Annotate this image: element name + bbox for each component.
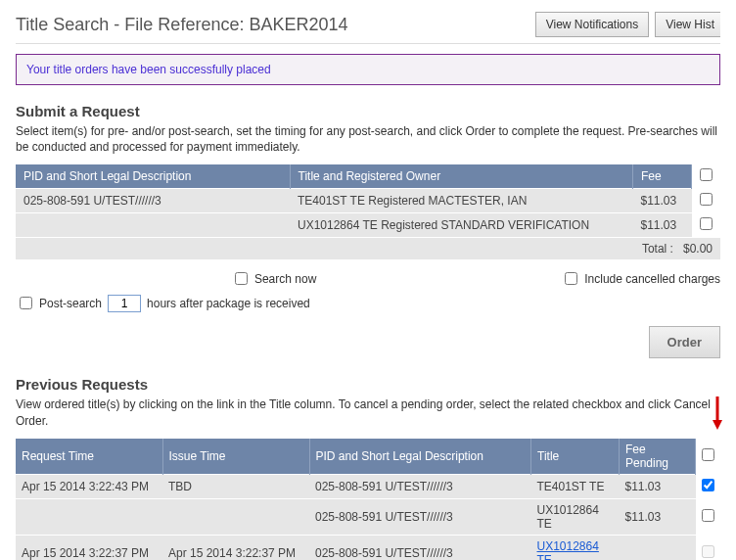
post-search-label: Post-search	[39, 297, 102, 310]
fee-cell	[620, 535, 696, 560]
previous-heading: Previous Requests	[16, 376, 720, 393]
col-fee: Fee	[633, 164, 692, 189]
order-button[interactable]: Order	[649, 326, 720, 358]
total-value: $0.00	[683, 242, 713, 256]
success-notice: Your title orders have been successfully…	[16, 54, 720, 85]
col-title: Title	[531, 439, 620, 475]
pid-cell: 025-808-591 U/TEST//////3	[309, 474, 531, 498]
col-pid: PID and Short Legal Description	[309, 439, 531, 475]
col-request-time: Request Time	[16, 439, 162, 475]
table-row: Apr 15 2014 3:22:43 PM TBD 025-808-591 U…	[16, 474, 720, 498]
search-now-option[interactable]: Search now	[231, 269, 316, 288]
col-title: Title and Registered Owner	[290, 164, 633, 189]
table-row: Apr 15 2014 3:22:37 PM Apr 15 2014 3:22:…	[16, 535, 720, 560]
fee-cell: $11.03	[633, 189, 692, 213]
title-cell: UX1012864 TE	[537, 503, 599, 531]
post-search-option[interactable]: Post-search	[16, 294, 102, 312]
previous-row-checkbox[interactable]	[702, 509, 714, 522]
title-cell: UX1012864 TE Registered STANDARD VERIFIC…	[290, 213, 633, 238]
title-cell: TE401ST TE Registered MACTESTER, IAN	[290, 189, 633, 213]
previous-instructions: View ordered title(s) by clicking on the…	[16, 397, 720, 428]
submit-row-checkbox[interactable]	[700, 193, 713, 206]
pid-cell: 025-808-591 U/TEST//////3	[309, 498, 531, 535]
post-search-checkbox[interactable]	[20, 297, 32, 309]
include-cancelled-checkbox[interactable]	[565, 272, 577, 285]
select-all-previous-checkbox[interactable]	[702, 448, 714, 461]
issue-time-cell: Apr 15 2014 3:22:37 PM	[162, 535, 309, 560]
col-issue-time: Issue Time	[162, 439, 309, 475]
title-link[interactable]: UX1012864 TE	[537, 539, 599, 560]
page-title: Title Search - File Reference: BAKER2014	[16, 15, 348, 35]
submit-row-checkbox[interactable]	[700, 217, 713, 230]
col-fee-pending: Fee Pending	[620, 439, 696, 475]
previous-table: Request Time Issue Time PID and Short Le…	[16, 439, 720, 560]
pid-cell: 025-808-591 U/TEST//////3	[309, 535, 531, 560]
title-cell: TE401ST TE	[537, 480, 605, 493]
view-history-button[interactable]: View Hist	[655, 12, 720, 37]
fee-cell: $11.03	[620, 474, 696, 498]
search-now-label: Search now	[254, 272, 316, 286]
search-now-checkbox[interactable]	[235, 272, 248, 285]
view-notifications-button[interactable]: View Notifications	[535, 12, 650, 37]
previous-row-checkbox	[702, 545, 714, 558]
col-pid: PID and Short Legal Description	[16, 164, 290, 189]
pid-cell	[16, 213, 290, 238]
post-search-hours-input[interactable]	[108, 295, 141, 312]
fee-cell: $11.03	[633, 213, 692, 238]
issue-time-cell	[162, 498, 309, 535]
svg-marker-1	[713, 420, 722, 430]
select-all-submit-checkbox[interactable]	[700, 168, 713, 181]
annotation-arrow-down-icon	[711, 397, 724, 433]
pid-cell: 025-808-591 U/TEST//////3	[16, 189, 290, 213]
submit-table: PID and Short Legal Description Title an…	[16, 164, 720, 259]
request-time-cell: Apr 15 2014 3:22:43 PM	[16, 474, 162, 498]
previous-row-checkbox[interactable]	[702, 479, 714, 491]
submit-instructions: Select item(s) for pre- and/or post-sear…	[16, 123, 720, 155]
include-cancelled-option[interactable]: Include cancelled charges	[561, 269, 720, 288]
submit-heading: Submit a Request	[16, 103, 720, 119]
total-label: Total :	[642, 242, 673, 256]
issue-time-cell: TBD	[162, 474, 309, 498]
post-search-suffix: hours after package is received	[147, 297, 310, 310]
fee-cell: $11.03	[620, 498, 696, 535]
include-cancelled-label: Include cancelled charges	[584, 272, 720, 286]
request-time-cell	[16, 498, 162, 535]
request-time-cell: Apr 15 2014 3:22:37 PM	[16, 535, 162, 560]
table-row: 025-808-591 U/TEST//////3 UX1012864 TE $…	[16, 498, 720, 535]
